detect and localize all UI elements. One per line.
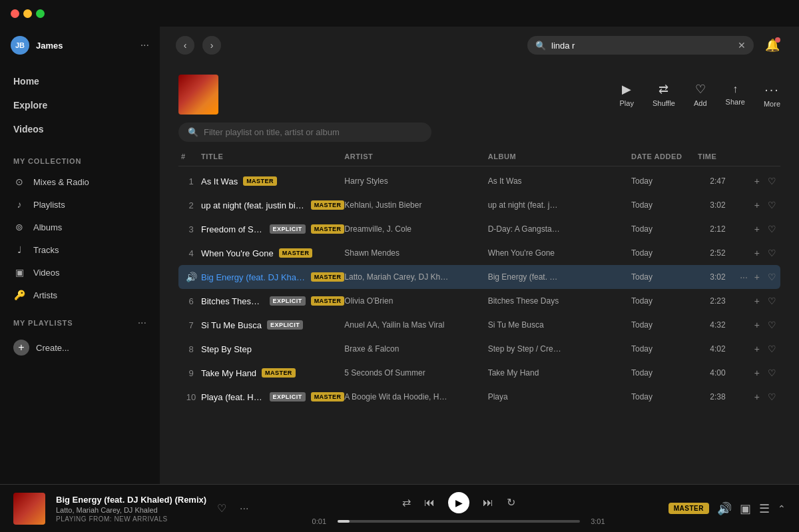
track-row[interactable]: 1As It WasMASTERHarry StylesAs It WasTod…	[178, 169, 780, 193]
my-collection-label: MY COLLECTION	[0, 146, 160, 170]
track-row[interactable]: 6Bitches These Da…EXPLICITMASTEROlivia O…	[178, 289, 780, 313]
track-row[interactable]: 4When You're GoneMASTERShawn MendesWhen …	[178, 241, 780, 265]
np-heart-button[interactable]: ♡	[217, 502, 226, 515]
add-button[interactable]: ♡ Add	[694, 82, 707, 107]
sidebar-item-label: Artists	[33, 290, 57, 300]
np-next-button[interactable]: ⏭	[483, 497, 493, 509]
sidebar-item-home[interactable]: Home	[0, 69, 160, 93]
track-heart-button[interactable]: ♡	[766, 342, 778, 356]
forward-button[interactable]: ›	[202, 36, 221, 55]
track-add-button[interactable]: +	[753, 342, 761, 356]
track-date: Today	[631, 296, 698, 306]
track-artist: A Boogie Wit da Hoodie, H…	[344, 392, 487, 401]
track-heart-button[interactable]: ♡	[766, 294, 778, 308]
track-album: Big Energy (feat. …	[488, 272, 631, 282]
np-repeat-button[interactable]: ↻	[507, 496, 515, 509]
now-playing-cover	[13, 493, 45, 525]
share-icon: ↑	[732, 83, 738, 95]
track-heart-button[interactable]: ♡	[766, 246, 778, 260]
sidebar-item-label: Playlists	[33, 200, 65, 210]
track-title: When You're Gone	[201, 248, 274, 258]
track-row[interactable]: 2up at night (feat. justin bie…MASTERKeh…	[178, 193, 780, 217]
np-play-button[interactable]: ▶	[448, 492, 469, 513]
sidebar-item-playlists[interactable]: ♪ Playlists	[0, 193, 160, 216]
sidebar-item-label: Mixes & Radio	[33, 177, 89, 187]
track-add-button[interactable]: +	[753, 294, 761, 308]
maximize-button[interactable]	[36, 9, 45, 18]
np-queue-button[interactable]: ☰	[759, 501, 770, 516]
minimize-button[interactable]	[23, 9, 32, 18]
sidebar-item-explore[interactable]: Explore	[0, 93, 160, 117]
track-add-button[interactable]: +	[753, 270, 761, 284]
app-body: JB James ··· Home Explore Videos MY COLL…	[0, 27, 799, 484]
track-row[interactable]: 10Playa (feat. H.E.R.)EXPLICITMASTERA Bo…	[178, 385, 780, 409]
user-more-button[interactable]: ···	[140, 39, 149, 51]
search-input[interactable]	[551, 41, 732, 51]
track-heart-button[interactable]: ♡	[766, 174, 778, 188]
track-add-button[interactable]: +	[753, 198, 761, 212]
play-button[interactable]: ▶ Play	[620, 82, 634, 107]
search-clear-button[interactable]: ✕	[738, 40, 746, 51]
np-expand-button[interactable]: ⌃	[778, 503, 786, 514]
artists-icon: 🔑	[13, 289, 25, 301]
np-prev-button[interactable]: ⏮	[424, 497, 435, 509]
track-list: # TITLE ARTIST ALBUM DATE ADDED TIME 1As…	[160, 147, 799, 484]
track-add-button[interactable]: +	[753, 366, 761, 380]
track-artist: Kehlani, Justin Bieber	[344, 200, 487, 210]
track-more-button[interactable]: ···	[740, 272, 748, 282]
track-artist: Harry Styles	[344, 176, 487, 186]
track-add-button[interactable]: +	[753, 174, 761, 188]
track-heart-button[interactable]: ♡	[766, 366, 778, 380]
track-heart-button[interactable]: ♡	[766, 318, 778, 332]
track-album: D-Day: A Gangsta…	[488, 224, 631, 234]
playlist-header: ▶ Play ⇄ Shuffle ♡ Add ↑ Share ··· Mor	[160, 64, 799, 123]
sidebar-item-albums[interactable]: ⊚ Albums	[0, 216, 160, 238]
track-title: Si Tu Me Busca	[201, 320, 262, 330]
track-artist: Latto, Mariah Carey, DJ Kh…	[344, 272, 487, 282]
track-add-button[interactable]: +	[753, 390, 761, 403]
track-time: 2:47	[698, 176, 738, 186]
track-badge-master: MASTER	[311, 296, 345, 306]
create-playlist-button[interactable]: + Create...	[0, 334, 160, 361]
np-shuffle-button[interactable]: ⇄	[402, 496, 411, 509]
track-add-button[interactable]: +	[753, 318, 761, 332]
sidebar-item-tracks[interactable]: ♩ Tracks	[0, 238, 160, 261]
track-heart-button[interactable]: ♡	[766, 270, 778, 284]
np-more-button[interactable]: ···	[240, 503, 248, 515]
track-row[interactable]: 🔊Big Energy (feat. DJ Khale…MASTERLatto,…	[178, 265, 780, 289]
track-badge-master: MASTER	[311, 272, 345, 282]
track-add-button[interactable]: +	[753, 222, 761, 236]
track-row[interactable]: 9Take My HandMASTER5 Seconds Of SummerTa…	[178, 361, 780, 385]
sidebar-item-mixes[interactable]: ⊙ Mixes & Radio	[0, 170, 160, 193]
track-add-button[interactable]: +	[753, 246, 761, 260]
playlists-more-button[interactable]: ···	[138, 317, 146, 329]
shuffle-button[interactable]: ⇄ Shuffle	[653, 82, 675, 107]
notification-button[interactable]: 🔔	[762, 35, 783, 56]
track-row[interactable]: 3Freedom of Spee…EXPLICITMASTERDreamvill…	[178, 217, 780, 241]
filter-search-icon: 🔍	[188, 127, 198, 137]
np-screen-button[interactable]: ▣	[740, 501, 751, 516]
track-heart-button[interactable]: ♡	[766, 390, 778, 403]
track-row[interactable]: 8Step By StepBraxe & FalconStep by Step …	[178, 337, 780, 361]
close-button[interactable]	[11, 9, 19, 18]
sidebar-item-artists[interactable]: 🔑 Artists	[0, 284, 160, 306]
track-badge-explicit: EXPLICIT	[270, 392, 306, 401]
track-heart-button[interactable]: ♡	[766, 198, 778, 212]
now-playing-info: Big Energy (feat. DJ Khaled) (Remix) Lat…	[56, 495, 206, 523]
np-play-icon: ▶	[455, 497, 463, 508]
add-label: Add	[694, 99, 707, 107]
sidebar-item-videos[interactable]: Videos	[0, 117, 160, 141]
track-date: Today	[631, 368, 698, 378]
col-num: #	[181, 152, 201, 160]
track-heart-button[interactable]: ♡	[766, 222, 778, 236]
sidebar-item-videos[interactable]: ▣ Videos	[0, 261, 160, 284]
more-button[interactable]: ··· More	[764, 82, 780, 108]
mixes-icon: ⊙	[13, 176, 25, 188]
track-row[interactable]: 7Si Tu Me BuscaEXPLICITAnuel AA, Yailin …	[178, 313, 780, 337]
filter-input[interactable]	[204, 127, 422, 137]
back-button[interactable]: ‹	[176, 36, 194, 55]
share-button[interactable]: ↑ Share	[726, 83, 745, 106]
sidebar-item-label: Albums	[33, 222, 62, 232]
progress-bar[interactable]	[338, 520, 580, 523]
np-volume-button[interactable]: 🔊	[717, 501, 732, 516]
